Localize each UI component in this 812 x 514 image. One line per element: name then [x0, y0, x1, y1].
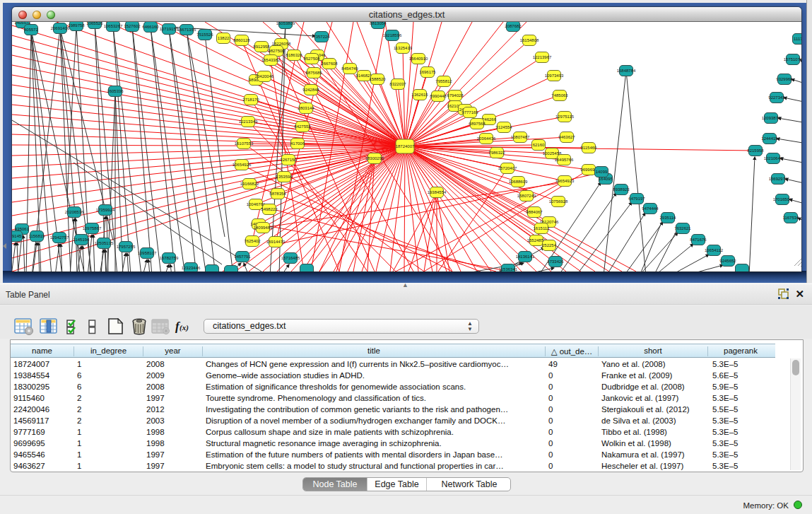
- svg-text:7625402: 7625402: [244, 239, 261, 243]
- svg-text:14099: 14099: [596, 170, 608, 174]
- svg-text:5878354: 5878354: [269, 192, 286, 196]
- svg-text:9827500: 9827500: [268, 49, 285, 53]
- svg-text:7485063: 7485063: [551, 93, 568, 98]
- svg-text:405572: 405572: [24, 28, 39, 32]
- svg-text:1145194: 1145194: [73, 238, 90, 242]
- svg-text:7515526: 7515526: [196, 33, 213, 37]
- svg-text:15692971: 15692971: [769, 177, 788, 181]
- svg-text:1615112: 1615112: [534, 226, 551, 230]
- svg-text:5875685: 5875685: [305, 71, 322, 75]
- svg-text:8813054: 8813054: [370, 22, 387, 25]
- svg-text:16914479: 16914479: [266, 240, 286, 244]
- svg-text:16543382: 16543382: [261, 58, 281, 62]
- svg-text:12213967: 12213967: [533, 55, 552, 59]
- svg-text:10654926: 10654926: [233, 163, 252, 167]
- svg-text:12505135: 12505135: [95, 241, 114, 245]
- svg-text:11325419: 11325419: [394, 46, 413, 50]
- svg-text:8322037: 8322037: [389, 82, 406, 86]
- svg-text:1989758: 1989758: [68, 23, 85, 28]
- svg-text:6897568: 6897568: [469, 122, 486, 126]
- svg-text:6794028: 6794028: [447, 93, 464, 98]
- svg-text:16053809: 16053809: [276, 22, 295, 25]
- svg-text:16671355: 16671355: [177, 28, 196, 32]
- svg-text:10756928: 10756928: [549, 199, 568, 204]
- svg-text:10210643: 10210643: [764, 156, 783, 160]
- svg-text:14136141: 14136141: [516, 255, 535, 259]
- svg-text:16154808: 16154808: [520, 38, 539, 42]
- svg-text:15716485: 15716485: [281, 256, 300, 260]
- svg-text:2718170: 2718170: [242, 98, 259, 102]
- svg-text:9474444: 9474444: [642, 206, 659, 211]
- svg-text:6466160: 6466160: [142, 25, 159, 29]
- svg-text:11178: 11178: [794, 37, 801, 41]
- svg-text:10653267: 10653267: [104, 24, 123, 28]
- svg-text:20364436: 20364436: [477, 136, 496, 141]
- svg-text:1167534: 1167534: [783, 216, 800, 220]
- svg-text:1362615: 1362615: [411, 93, 428, 97]
- svg-text:1244415: 1244415: [761, 136, 778, 141]
- svg-text:11536341: 11536341: [499, 267, 518, 271]
- svg-text:16848784: 16848784: [617, 69, 636, 73]
- svg-text:9463627: 9463627: [558, 135, 575, 139]
- svg-text:8427552: 8427552: [294, 124, 311, 129]
- svg-text:10654112: 10654112: [705, 248, 724, 252]
- svg-text:10958107: 10958107: [138, 251, 157, 255]
- svg-text:2605336: 2605336: [107, 89, 124, 93]
- svg-text:1156819: 1156819: [29, 234, 46, 238]
- svg-text:23420046: 23420046: [255, 74, 274, 78]
- svg-text:10975867: 10975867: [83, 226, 102, 230]
- svg-text:1353594: 1353594: [276, 175, 293, 179]
- svg-text:5498222: 5498222: [261, 207, 278, 211]
- svg-text:9884067: 9884067: [526, 210, 543, 214]
- svg-text:16495766: 16495766: [555, 158, 574, 162]
- svg-text:12093873: 12093873: [762, 116, 781, 120]
- svg-text:8471676: 8471676: [690, 238, 707, 242]
- svg-text:12213349: 12213349: [239, 119, 258, 124]
- svg-text:17957255: 17957255: [117, 245, 136, 249]
- svg-text:2935114: 2935114: [660, 216, 677, 220]
- svg-text:1696175: 1696175: [419, 70, 436, 74]
- svg-text:2803144: 2803144: [298, 106, 314, 110]
- svg-text:16107553: 16107553: [235, 141, 254, 146]
- svg-text:10719155: 10719155: [160, 27, 179, 31]
- svg-text:8454749: 8454749: [341, 66, 358, 71]
- svg-text:2667608: 2667608: [321, 62, 338, 66]
- svg-text:16782759: 16782759: [160, 256, 179, 260]
- svg-text:15640910: 15640910: [409, 57, 428, 61]
- svg-text:15720407: 15720407: [498, 166, 517, 170]
- svg-text:19384554: 19384554: [428, 190, 447, 194]
- svg-text:3124554: 3124554: [495, 125, 512, 129]
- svg-text:8990448: 8990448: [430, 94, 447, 98]
- svg-text:10807487: 10807487: [511, 135, 530, 139]
- svg-text:417006: 417006: [290, 141, 305, 146]
- svg-text:9329966: 9329966: [776, 77, 793, 81]
- svg-text:8215958: 8215958: [747, 148, 764, 153]
- svg-text:10973493: 10973493: [545, 74, 564, 78]
- svg-text:12975115: 12975115: [555, 115, 575, 119]
- svg-text:6479197: 6479197: [628, 197, 645, 201]
- svg-text:15751074: 15751074: [784, 57, 801, 62]
- svg-text:20691406: 20691406: [51, 26, 70, 30]
- svg-text:3267150: 3267150: [280, 158, 297, 162]
- svg-text:9242848: 9242848: [302, 88, 319, 92]
- svg-text:9115460: 9115460: [581, 146, 598, 150]
- svg-text:17016504: 17016504: [773, 197, 792, 201]
- svg-text:7986322: 7986322: [488, 151, 505, 155]
- svg-text:13822: 13822: [218, 36, 230, 40]
- svg-text:14099489: 14099489: [254, 226, 273, 230]
- svg-text:17359924: 17359924: [96, 208, 115, 212]
- svg-text:19654923: 19654923: [555, 179, 575, 183]
- svg-text:62160: 62160: [533, 143, 545, 147]
- svg-text:18724007: 18724007: [396, 144, 415, 148]
- svg-text:252254: 252254: [542, 243, 557, 247]
- svg-text:7632621: 7632621: [674, 226, 691, 230]
- svg-text:18300295: 18300295: [365, 156, 384, 160]
- svg-text:2087682: 2087682: [505, 24, 522, 28]
- svg-text:1588520: 1588520: [369, 77, 386, 81]
- svg-text:8186328: 8186328: [286, 53, 302, 57]
- svg-text:7955812: 7955812: [435, 79, 452, 83]
- svg-text:7357224: 7357224: [313, 35, 330, 39]
- svg-text:8860128: 8860128: [233, 38, 250, 42]
- svg-text:19218596: 19218596: [383, 33, 402, 37]
- svg-text:15807249: 15807249: [517, 194, 536, 198]
